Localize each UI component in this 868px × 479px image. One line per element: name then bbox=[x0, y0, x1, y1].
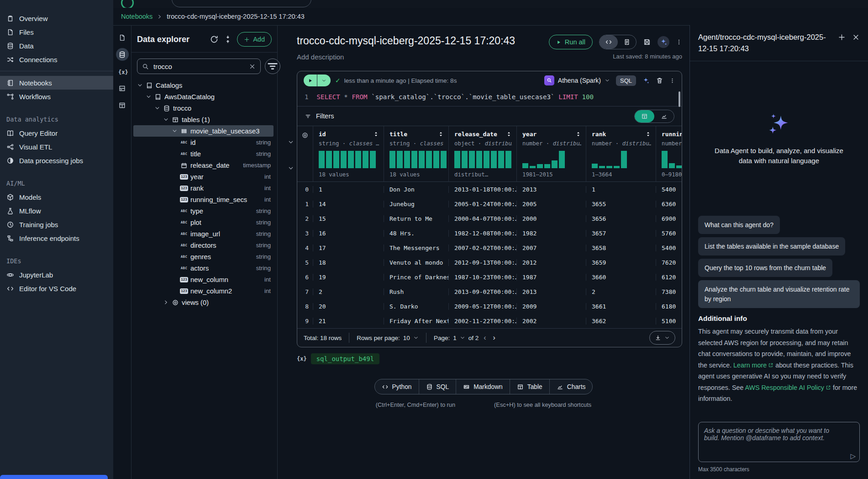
ai-assist-button[interactable] bbox=[658, 36, 669, 48]
filters-label[interactable]: Filters bbox=[316, 112, 334, 120]
sort-icon[interactable] bbox=[373, 131, 379, 137]
link-aws-responsible-ai-policy[interactable]: AWS Responsible AI Policy bbox=[745, 384, 831, 391]
tree-item-genres[interactable]: ABCgenresstring bbox=[133, 251, 274, 262]
add-description[interactable]: Add description bbox=[297, 53, 549, 61]
chart-view-button[interactable] bbox=[654, 110, 674, 122]
rows-per-page-value[interactable]: 10 bbox=[403, 335, 410, 341]
sidebar-item-editor-for-vs-code[interactable]: Editor for VS Code bbox=[0, 282, 113, 295]
rail-variables-tab[interactable]: {x} bbox=[116, 65, 129, 78]
bottom-left-button-fragment[interactable] bbox=[0, 475, 108, 479]
table-row[interactable]: 921Friday After Next2002-11-22T00:00:…20… bbox=[297, 314, 682, 328]
next-page-icon[interactable]: › bbox=[491, 334, 497, 342]
tree-item-id[interactable]: ABCidstring bbox=[133, 137, 274, 148]
agent-suggestion-chip[interactable]: Analyze the churn table and visualize re… bbox=[698, 280, 860, 308]
tree-item-image-url[interactable]: ABCimage_urlstring bbox=[133, 228, 274, 240]
search-input[interactable] bbox=[153, 62, 245, 71]
tree-item-movie-table-usecase3[interactable]: movie_table_usecase3 bbox=[133, 125, 274, 137]
tree-item-directors[interactable]: ABCdirectorsstring bbox=[133, 240, 274, 251]
tree-item-running-time-secs[interactable]: 123running_time_secsint bbox=[133, 194, 274, 205]
sort-icon[interactable] bbox=[438, 131, 444, 137]
sidebar-item-overview[interactable]: Overview bbox=[0, 11, 113, 25]
tree-item-catalogs[interactable]: Catalogs bbox=[133, 80, 274, 91]
tree-item-year[interactable]: 123yearint bbox=[133, 171, 274, 182]
rail-data-tab[interactable] bbox=[116, 48, 129, 61]
target-icon[interactable] bbox=[301, 132, 309, 139]
page-value[interactable]: 1 bbox=[453, 335, 457, 341]
collapse-all-icon[interactable] bbox=[223, 35, 232, 44]
cell-menu-icon[interactable] bbox=[669, 77, 675, 85]
table-row[interactable]: 619Prince of Darkness1987-10-23T00:00:…1… bbox=[297, 270, 682, 284]
tree-item-plot[interactable]: ABCplotstring bbox=[133, 217, 274, 228]
sidebar-item-workflows[interactable]: Workflows bbox=[0, 90, 113, 103]
table-row[interactable]: 820S. Darko2009-05-12T00:00:…20093661618… bbox=[297, 299, 682, 314]
tree-item-tables-1-[interactable]: tables (1) bbox=[133, 114, 274, 125]
table-row[interactable]: 417The Messengers2007-02-02T00:00:…20073… bbox=[297, 240, 682, 255]
add-button[interactable]: Add bbox=[237, 32, 272, 47]
tree-item-title[interactable]: ABCtitlestring bbox=[133, 148, 274, 160]
agent-suggestion-chip[interactable]: List the tables available in the sample … bbox=[698, 237, 845, 255]
sidebar-item-data[interactable]: Data bbox=[0, 39, 113, 53]
run-all-button[interactable]: Run all bbox=[549, 35, 593, 49]
sidebar-item-connections[interactable]: Connections bbox=[0, 53, 113, 66]
sidebar-item-query-editor[interactable]: Query Editor bbox=[0, 126, 113, 140]
collapse-output-icon[interactable] bbox=[288, 165, 294, 171]
collapse-code-icon[interactable] bbox=[288, 139, 294, 145]
sidebar-item-models[interactable]: Models bbox=[0, 190, 113, 204]
add-sql-cell-button[interactable]: SQL bbox=[419, 379, 456, 394]
sort-icon[interactable] bbox=[506, 131, 512, 137]
tree-item-new-column[interactable]: 123new_columnint bbox=[133, 274, 274, 285]
cell-scrollbar[interactable] bbox=[679, 91, 680, 107]
link-learn-more[interactable]: Learn more bbox=[733, 362, 773, 369]
chevron-down-icon[interactable] bbox=[413, 335, 419, 341]
sql-output-variable-tag[interactable]: sql_output_b49l bbox=[311, 353, 379, 364]
global-search-fragment[interactable] bbox=[172, 0, 311, 7]
tree-item-new-column2[interactable]: 123new_column2int bbox=[133, 285, 274, 297]
tree-item-views-0-[interactable]: views (0) bbox=[133, 297, 274, 308]
close-panel-icon[interactable] bbox=[852, 33, 860, 41]
sidebar-item-mlflow[interactable]: MLflow bbox=[0, 204, 113, 218]
add-python-cell-button[interactable]: Python bbox=[375, 379, 419, 394]
rail-table-add-tab[interactable] bbox=[116, 99, 129, 112]
agent-question-input[interactable] bbox=[698, 422, 860, 462]
tree-item-type[interactable]: ABCtypestring bbox=[133, 205, 274, 217]
add-markdown-cell-button[interactable]: Markdown bbox=[456, 379, 510, 394]
rail-files-tab[interactable] bbox=[116, 31, 129, 44]
run-cell-play[interactable] bbox=[304, 75, 317, 86]
kernel-selector[interactable]: Athena (Spark) bbox=[544, 75, 610, 85]
code-view-button[interactable] bbox=[600, 35, 618, 49]
sort-icon[interactable] bbox=[575, 131, 581, 137]
table-row[interactable]: 518Venuto al mondo2012-09-13T00:00:…2012… bbox=[297, 255, 682, 270]
tree-item-awsdatacatalog[interactable]: AwsDataCatalog bbox=[133, 91, 274, 102]
kebab-menu-icon[interactable] bbox=[676, 38, 682, 46]
tree-item-trocco[interactable]: trocco bbox=[133, 102, 274, 114]
run-cell-options[interactable] bbox=[317, 75, 331, 86]
sidebar-item-notebooks[interactable]: Notebooks bbox=[0, 76, 113, 90]
download-button[interactable] bbox=[649, 331, 675, 345]
clear-search-icon[interactable] bbox=[249, 63, 256, 70]
tree-item-actors[interactable]: ABCactorsstring bbox=[133, 262, 274, 274]
refresh-icon[interactable] bbox=[210, 35, 219, 44]
sidebar-item-jupyterlab[interactable]: JupyterLab bbox=[0, 268, 113, 282]
save-icon[interactable] bbox=[643, 38, 651, 46]
send-icon[interactable]: ▷ bbox=[850, 452, 856, 459]
sql-editor[interactable]: 1 SELECT * FROM `spark_catalog`.`trocco`… bbox=[297, 90, 682, 106]
sort-icon[interactable] bbox=[645, 131, 651, 137]
table-row[interactable]: 114Junebug2005-01-24T00:00:…200536556360 bbox=[297, 197, 682, 211]
new-chat-icon[interactable] bbox=[838, 33, 846, 41]
chevron-right-icon[interactable] bbox=[163, 299, 169, 305]
sidebar-item-training-jobs[interactable]: Training jobs bbox=[0, 218, 113, 231]
chevron-down-icon[interactable] bbox=[460, 335, 465, 341]
chevron-down-icon[interactable] bbox=[172, 128, 178, 134]
table-row[interactable]: 31648 Hrs.1982-12-08T00:00:…198236575760 bbox=[297, 226, 682, 240]
delete-cell-icon[interactable] bbox=[656, 77, 663, 85]
table-row[interactable]: 72Rush2013-09-02T00:00:…201327380 bbox=[297, 284, 682, 299]
sidebar-item-files[interactable]: Files bbox=[0, 25, 113, 39]
add-table-cell-button[interactable]: Table bbox=[510, 379, 549, 394]
table-row[interactable]: 215Return to Me2000-04-07T00:00:…2000365… bbox=[297, 211, 682, 226]
chevron-down-icon[interactable] bbox=[146, 94, 152, 100]
sidebar-item-visual-etl[interactable]: Visual ETL bbox=[0, 140, 113, 154]
explorer-search-field[interactable] bbox=[137, 59, 261, 74]
add-charts-cell-button[interactable]: Charts bbox=[549, 379, 593, 394]
table-view-button[interactable] bbox=[635, 110, 654, 122]
prev-page-icon[interactable]: ‹ bbox=[482, 334, 488, 342]
